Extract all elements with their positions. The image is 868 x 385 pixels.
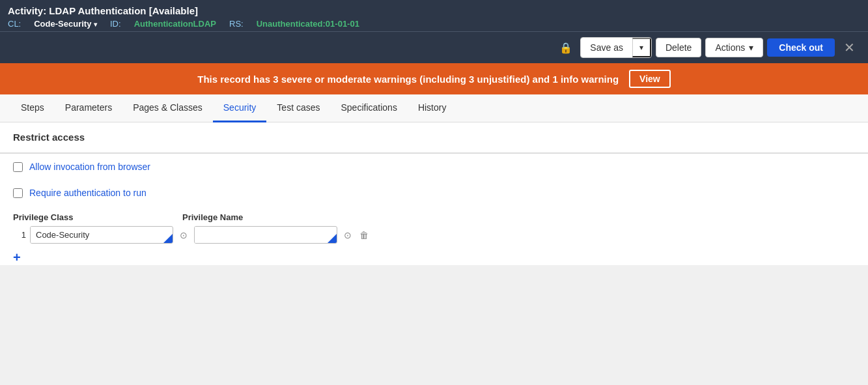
tab-pages-classes[interactable]: Pages & Classes <box>122 94 213 122</box>
delete-button[interactable]: Delete <box>656 38 701 57</box>
allow-browser-label[interactable]: Allow invocation from browser <box>29 162 150 172</box>
checkout-button[interactable]: Check out <box>767 38 835 57</box>
id-value: AuthenticationLDAP <box>134 19 216 29</box>
actions-dropdown-icon: ▾ <box>749 42 753 53</box>
privilege-table-headers: Privilege Class Privilege Name <box>13 212 855 222</box>
privilege-name-field-1 <box>194 226 337 244</box>
rs-value: Unauthenticated:01-01-01 <box>257 19 359 29</box>
save-as-button[interactable]: Save as <box>581 38 632 57</box>
tab-parameters[interactable]: Parameters <box>55 94 122 122</box>
cl-dropdown-icon[interactable]: ▾ <box>94 21 97 28</box>
delete-row-icon-1[interactable]: 🗑 <box>358 230 370 240</box>
header-meta: CL: Code-Security ▾ ID: AuthenticationLD… <box>8 19 860 29</box>
toolbar: 🔒 Save as ▾ Delete Actions ▾ Check out ✕ <box>0 31 868 63</box>
rs-label: RS: <box>229 19 244 29</box>
tab-steps[interactable]: Steps <box>10 94 55 122</box>
section-title: Restrict access <box>13 132 85 143</box>
warning-message: This record has 3 severe or moderate war… <box>197 74 619 85</box>
actions-button[interactable]: Actions ▾ <box>705 38 763 57</box>
privilege-class-field-1 <box>30 226 173 244</box>
allow-browser-checkbox[interactable] <box>13 162 23 172</box>
require-auth-row: Require authentication to run <box>0 180 868 206</box>
warning-banner: This record has 3 severe or moderate war… <box>0 63 868 94</box>
privilege-class-header: Privilege Class <box>13 212 182 222</box>
privilege-name-header: Privilege Name <box>182 212 339 222</box>
allow-browser-row: Allow invocation from browser <box>0 154 868 180</box>
main-content: Restrict access Allow invocation from br… <box>0 122 868 265</box>
header-bar: Activity: LDAP Authentication [Available… <box>0 0 868 31</box>
warning-view-button[interactable]: View <box>629 70 671 88</box>
page-title: Activity: LDAP Authentication [Available… <box>8 5 860 16</box>
privilege-name-input-1[interactable] <box>195 227 328 243</box>
add-privilege-row-button[interactable]: + <box>13 250 21 265</box>
tab-history[interactable]: History <box>408 94 457 122</box>
privilege-class-target-icon-1[interactable]: ⊙ <box>177 230 190 240</box>
privilege-table: Privilege Class Privilege Name 1 ⊙ ⊙ 🗑 <box>13 212 855 244</box>
close-button[interactable]: ✕ <box>839 37 860 58</box>
restrict-access-section: Restrict access <box>0 122 868 153</box>
require-auth-label[interactable]: Require authentication to run <box>29 188 147 198</box>
privilege-name-target-icon-1[interactable]: ⊙ <box>341 230 354 240</box>
privilege-name-corner-indicator <box>328 234 337 243</box>
require-auth-checkbox[interactable] <box>13 188 23 198</box>
row-number-1: 1 <box>13 230 26 240</box>
lock-icon: 🔒 <box>559 42 572 54</box>
id-label: ID: <box>110 19 121 29</box>
save-as-dropdown-button[interactable]: ▾ <box>632 38 651 57</box>
save-as-button-group: Save as ▾ <box>580 37 652 58</box>
privilege-class-corner-indicator <box>163 234 173 243</box>
cl-label: CL: <box>8 19 21 29</box>
tab-test-cases[interactable]: Test cases <box>266 94 330 122</box>
cl-value: Code-Security ▾ <box>34 19 97 29</box>
privilege-class-input-1[interactable] <box>31 227 163 243</box>
tab-specifications[interactable]: Specifications <box>331 94 408 122</box>
tab-bar: Steps Parameters Pages & Classes Securit… <box>0 94 868 122</box>
privilege-row-1: 1 ⊙ ⊙ 🗑 <box>13 226 855 244</box>
tab-security[interactable]: Security <box>213 94 267 122</box>
